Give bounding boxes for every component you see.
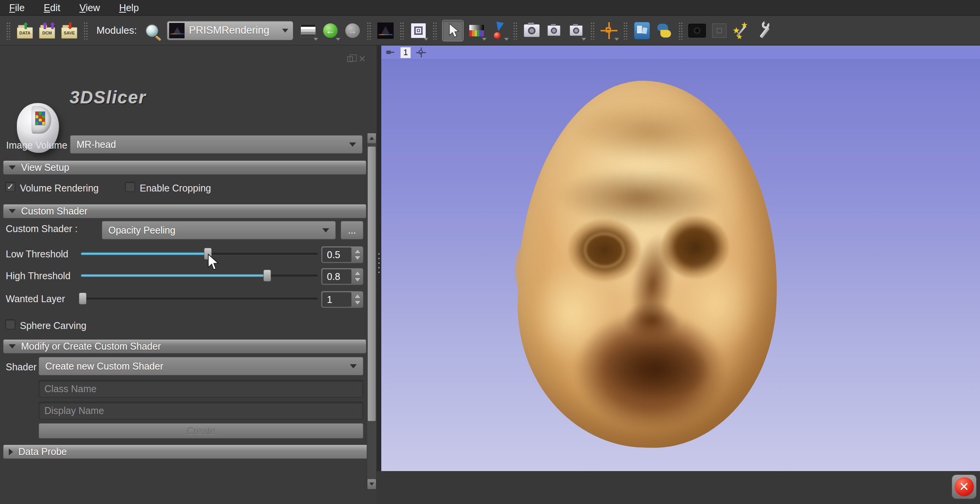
- history-icon: [301, 24, 316, 37]
- settings-button[interactable]: [755, 21, 773, 40]
- image-volume-dropdown[interactable]: MR-head: [70, 135, 363, 154]
- toolbar-grip[interactable]: [83, 22, 88, 39]
- toolbar-grip[interactable]: [590, 22, 595, 39]
- undock-panel-button[interactable]: [345, 54, 354, 64]
- high-threshold-slider[interactable]: [81, 275, 318, 277]
- save-button[interactable]: ⬇ SAVE: [60, 21, 78, 40]
- collapse-triangle-icon: [9, 344, 16, 349]
- scroll-up-button[interactable]: [368, 133, 376, 143]
- module-history-button[interactable]: [299, 21, 317, 40]
- place-markup-button[interactable]: [490, 21, 508, 40]
- toolbar-grip[interactable]: [678, 22, 683, 39]
- magic-wand-button[interactable]: ★★★: [732, 21, 751, 40]
- scroll-down-button[interactable]: [368, 479, 376, 489]
- section-view-setup[interactable]: View Setup: [3, 160, 366, 175]
- add-data-button[interactable]: ⬆ DATA: [16, 21, 34, 40]
- forward-button[interactable]: →: [343, 21, 362, 40]
- camera-icon: [524, 24, 540, 37]
- crosshair-button[interactable]: [600, 21, 618, 40]
- spin-arrows[interactable]: [352, 268, 363, 285]
- scrollbar-thumb[interactable]: [368, 146, 376, 421]
- toolbar-grip[interactable]: [433, 22, 437, 39]
- section-data-probe[interactable]: Data Probe: [3, 445, 376, 459]
- section-custom-shader[interactable]: Custom Shader: [3, 204, 366, 218]
- slider-fill: [81, 275, 267, 277]
- panel-splitter[interactable]: [377, 46, 381, 471]
- wrench-icon: [755, 22, 773, 39]
- wanted-layer-slider-handle[interactable]: [79, 293, 87, 304]
- add-dicom-button[interactable]: ⬆⬆ DCM: [38, 21, 56, 40]
- toolbar-grip[interactable]: [623, 22, 628, 39]
- cursor-icon: [446, 23, 459, 38]
- shader-dropdown[interactable]: Create new Custom Shader: [39, 357, 363, 375]
- low-threshold-spinbox[interactable]: 0.5: [321, 246, 363, 263]
- panel-scrollbar[interactable]: [367, 133, 377, 490]
- close-panel-button[interactable]: ✕: [358, 54, 367, 64]
- spin-arrows[interactable]: [352, 247, 363, 263]
- section-title: Data Probe: [18, 446, 67, 457]
- menu-file[interactable]: File: [9, 2, 24, 13]
- view-crosshair-icon[interactable]: [416, 47, 426, 57]
- wanted-layer-spinbox[interactable]: 1: [321, 291, 363, 308]
- display-name-input[interactable]: [39, 402, 363, 419]
- high-threshold-spinbox[interactable]: 0.8: [321, 268, 363, 285]
- toolbar-grip[interactable]: [513, 22, 518, 39]
- enable-cropping-checkbox[interactable]: [125, 182, 135, 192]
- wanted-layer-value: 1: [322, 292, 351, 307]
- mouse-interaction-mode-button[interactable]: [442, 20, 464, 41]
- layout-icon: [411, 23, 426, 38]
- toolbar-grip[interactable]: [367, 22, 371, 39]
- custom-shader-label: Custom Shader :: [6, 223, 78, 234]
- center-view-button[interactable]: [710, 21, 728, 40]
- adjust-window-level-button[interactable]: [467, 21, 486, 40]
- layout-selector-button[interactable]: [409, 21, 428, 40]
- forward-arrow-icon: →: [345, 23, 360, 38]
- center-view-icon: [712, 23, 727, 38]
- module-search-button[interactable]: [143, 21, 161, 40]
- wanted-layer-slider[interactable]: [81, 298, 318, 299]
- create-shader-button[interactable]: Create: [39, 423, 363, 439]
- capture-button[interactable]: [567, 21, 585, 40]
- menu-edit[interactable]: Edit: [44, 2, 60, 13]
- section-modify-shader[interactable]: Modify or Create Custom Shader: [3, 339, 366, 353]
- splitter-grip-icon: [378, 252, 380, 275]
- toolbar-grip[interactable]: [6, 22, 11, 39]
- volume-rendering-camera-button[interactable]: [688, 21, 706, 40]
- threed-viewport[interactable]: 1: [381, 46, 980, 471]
- prism-module-button[interactable]: [376, 21, 395, 40]
- low-threshold-label: Low Threshold: [6, 249, 69, 260]
- spin-up-icon: [355, 295, 360, 298]
- spin-arrows[interactable]: [352, 291, 363, 308]
- menu-help[interactable]: Help: [119, 2, 139, 13]
- check-icon: ✓: [7, 182, 14, 192]
- section-title: View Setup: [21, 162, 69, 173]
- red-down-arrow-icon: ⬇: [66, 21, 74, 31]
- scene-view-button[interactable]: [545, 21, 563, 40]
- menu-view[interactable]: View: [79, 2, 100, 13]
- shader-label: Shader :: [6, 362, 42, 373]
- toolbar-grip[interactable]: [400, 22, 404, 39]
- image-volume-label: Image Volume :: [6, 140, 73, 151]
- spin-down-icon: [355, 301, 360, 304]
- extensions-manager-button[interactable]: [633, 21, 651, 40]
- stop-recording-button[interactable]: ✕: [952, 475, 977, 499]
- screenshot-button[interactable]: [523, 21, 541, 40]
- back-button[interactable]: ←: [321, 21, 340, 40]
- low-threshold-value: 0.5: [322, 247, 351, 262]
- low-threshold-slider[interactable]: [81, 253, 318, 255]
- custom-shader-dropdown[interactable]: Opacity Peeling: [102, 221, 336, 239]
- pin-icon[interactable]: [385, 47, 395, 57]
- scroll-up-icon: [369, 137, 374, 140]
- volume-rendering-checkbox[interactable]: ✓: [5, 182, 15, 192]
- main-toolbar: ⬆ DATA ⬆⬆ DCM ⬇ SAVE Modules: PRISMRende…: [0, 16, 980, 45]
- high-threshold-slider-handle[interactable]: [263, 270, 271, 281]
- python-console-button[interactable]: [655, 21, 673, 40]
- class-name-input[interactable]: [39, 380, 363, 398]
- shader-options-button[interactable]: ...: [341, 221, 363, 239]
- view-name-badge: 1: [400, 47, 411, 58]
- spin-up-icon: [355, 272, 360, 275]
- search-icon: [146, 25, 158, 37]
- module-selector-dropdown[interactable]: PRISMRendering: [167, 21, 293, 40]
- collapse-triangle-icon: [9, 209, 16, 213]
- sphere-carving-checkbox[interactable]: [5, 319, 15, 329]
